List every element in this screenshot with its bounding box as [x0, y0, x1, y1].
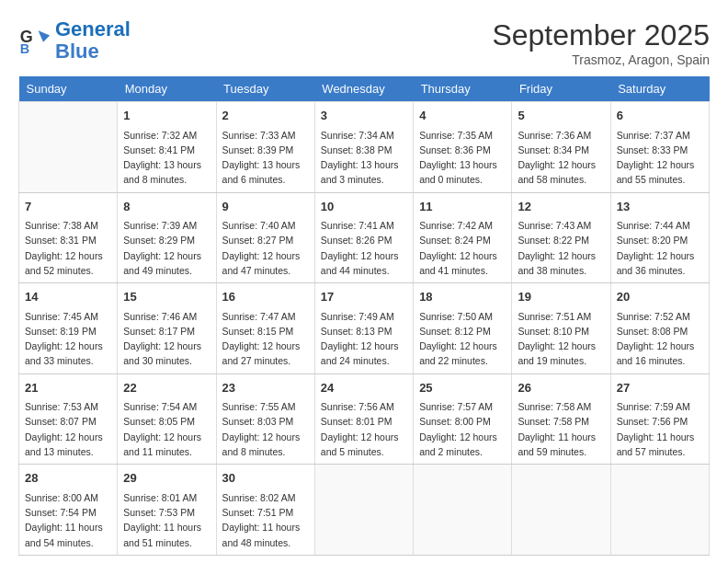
day-number: 18	[419, 288, 506, 306]
day-number: 12	[518, 198, 604, 216]
calendar-cell: 17Sunrise: 7:49 AM Sunset: 8:13 PM Dayli…	[314, 283, 413, 374]
day-info: Sunrise: 7:54 AM Sunset: 8:05 PM Dayligh…	[123, 399, 210, 459]
calendar-cell: 28Sunrise: 8:00 AM Sunset: 7:54 PM Dayli…	[19, 465, 118, 556]
svg-text:B: B	[20, 42, 29, 57]
calendar-week-row: 7Sunrise: 7:38 AM Sunset: 8:31 PM Daylig…	[19, 192, 710, 283]
weekday-header: Friday	[512, 76, 610, 102]
calendar-cell: 2Sunrise: 7:33 AM Sunset: 8:39 PM Daylig…	[216, 102, 314, 193]
month-title: September 2025	[492, 18, 710, 52]
logo-icon: G B	[18, 24, 51, 57]
day-number: 25	[419, 379, 506, 397]
calendar-cell: 24Sunrise: 7:56 AM Sunset: 8:01 PM Dayli…	[314, 373, 413, 465]
day-number: 10	[321, 198, 407, 216]
calendar-week-row: 1Sunrise: 7:32 AM Sunset: 8:41 PM Daylig…	[19, 102, 710, 193]
calendar-cell: 11Sunrise: 7:42 AM Sunset: 8:24 PM Dayli…	[414, 192, 512, 283]
day-number: 19	[518, 288, 604, 306]
day-info: Sunrise: 7:41 AM Sunset: 8:26 PM Dayligh…	[321, 218, 407, 278]
day-number: 24	[321, 379, 407, 397]
day-number: 16	[222, 288, 309, 306]
calendar-cell: 27Sunrise: 7:59 AM Sunset: 7:56 PM Dayli…	[610, 373, 709, 465]
weekday-header-row: SundayMondayTuesdayWednesdayThursdayFrid…	[19, 76, 710, 102]
day-number: 6	[617, 107, 703, 125]
day-number: 4	[419, 107, 506, 125]
location: Trasmoz, Aragon, Spain	[492, 52, 710, 67]
day-number: 21	[25, 379, 111, 397]
calendar-cell: 1Sunrise: 7:32 AM Sunset: 8:41 PM Daylig…	[118, 102, 216, 193]
day-info: Sunrise: 7:40 AM Sunset: 8:27 PM Dayligh…	[222, 218, 309, 278]
day-info: Sunrise: 7:58 AM Sunset: 7:58 PM Dayligh…	[518, 399, 604, 459]
calendar-cell: 6Sunrise: 7:37 AM Sunset: 8:33 PM Daylig…	[610, 102, 709, 193]
day-info: Sunrise: 7:43 AM Sunset: 8:22 PM Dayligh…	[518, 218, 604, 278]
day-number: 15	[123, 288, 210, 306]
calendar-table: SundayMondayTuesdayWednesdayThursdayFrid…	[18, 76, 710, 556]
day-number: 5	[518, 107, 604, 125]
day-info: Sunrise: 7:49 AM Sunset: 8:13 PM Dayligh…	[321, 309, 407, 369]
day-info: Sunrise: 7:33 AM Sunset: 8:39 PM Dayligh…	[222, 128, 309, 188]
calendar-cell	[610, 465, 709, 556]
day-number: 1	[123, 107, 210, 125]
day-number: 28	[25, 469, 111, 488]
calendar-cell: 13Sunrise: 7:44 AM Sunset: 8:20 PM Dayli…	[610, 192, 709, 283]
calendar-cell: 29Sunrise: 8:01 AM Sunset: 7:53 PM Dayli…	[118, 465, 216, 556]
day-number: 7	[25, 198, 111, 216]
day-info: Sunrise: 7:51 AM Sunset: 8:10 PM Dayligh…	[518, 309, 604, 369]
day-info: Sunrise: 7:46 AM Sunset: 8:17 PM Dayligh…	[123, 309, 210, 369]
calendar-cell: 14Sunrise: 7:45 AM Sunset: 8:19 PM Dayli…	[19, 283, 118, 374]
calendar-cell	[314, 465, 413, 556]
calendar-week-row: 14Sunrise: 7:45 AM Sunset: 8:19 PM Dayli…	[19, 283, 710, 374]
weekday-header: Wednesday	[314, 76, 413, 102]
day-number: 29	[123, 469, 210, 488]
calendar-cell: 21Sunrise: 7:53 AM Sunset: 8:07 PM Dayli…	[19, 373, 118, 465]
day-info: Sunrise: 7:53 AM Sunset: 8:07 PM Dayligh…	[25, 399, 111, 459]
page-header: G B General Blue September 2025 Trasmoz,…	[18, 18, 710, 67]
day-info: Sunrise: 7:44 AM Sunset: 8:20 PM Dayligh…	[617, 218, 703, 278]
day-info: Sunrise: 7:52 AM Sunset: 8:08 PM Dayligh…	[617, 309, 703, 369]
day-info: Sunrise: 7:47 AM Sunset: 8:15 PM Dayligh…	[222, 309, 309, 369]
day-number: 9	[222, 198, 309, 216]
day-number: 27	[617, 379, 703, 397]
day-number: 30	[222, 469, 309, 488]
day-number: 2	[222, 107, 309, 125]
calendar-cell: 25Sunrise: 7:57 AM Sunset: 8:00 PM Dayli…	[414, 373, 512, 465]
day-info: Sunrise: 7:45 AM Sunset: 8:19 PM Dayligh…	[25, 309, 111, 369]
calendar-cell	[19, 102, 118, 193]
day-info: Sunrise: 7:39 AM Sunset: 8:29 PM Dayligh…	[123, 218, 210, 278]
logo-blue: Blue	[55, 40, 99, 63]
day-info: Sunrise: 8:01 AM Sunset: 7:53 PM Dayligh…	[123, 490, 210, 550]
weekday-header: Monday	[118, 76, 216, 102]
logo-general: General	[55, 17, 131, 40]
day-info: Sunrise: 7:36 AM Sunset: 8:34 PM Dayligh…	[518, 128, 604, 188]
day-info: Sunrise: 7:37 AM Sunset: 8:33 PM Dayligh…	[617, 128, 703, 188]
weekday-header: Sunday	[19, 76, 118, 102]
logo: G B General Blue	[18, 18, 131, 63]
day-info: Sunrise: 7:50 AM Sunset: 8:12 PM Dayligh…	[419, 309, 506, 369]
calendar-cell: 8Sunrise: 7:39 AM Sunset: 8:29 PM Daylig…	[118, 192, 216, 283]
day-info: Sunrise: 7:38 AM Sunset: 8:31 PM Dayligh…	[25, 218, 111, 278]
day-number: 22	[123, 379, 210, 397]
calendar-cell: 9Sunrise: 7:40 AM Sunset: 8:27 PM Daylig…	[216, 192, 314, 283]
calendar-cell: 18Sunrise: 7:50 AM Sunset: 8:12 PM Dayli…	[414, 283, 512, 374]
weekday-header: Saturday	[610, 76, 709, 102]
day-info: Sunrise: 7:57 AM Sunset: 8:00 PM Dayligh…	[419, 399, 506, 459]
day-info: Sunrise: 7:35 AM Sunset: 8:36 PM Dayligh…	[419, 128, 506, 188]
day-info: Sunrise: 7:34 AM Sunset: 8:38 PM Dayligh…	[321, 128, 407, 188]
day-number: 13	[617, 198, 703, 216]
calendar-cell: 16Sunrise: 7:47 AM Sunset: 8:15 PM Dayli…	[216, 283, 314, 374]
day-number: 3	[321, 107, 407, 125]
calendar-cell: 7Sunrise: 7:38 AM Sunset: 8:31 PM Daylig…	[19, 192, 118, 283]
calendar-cell	[414, 465, 512, 556]
calendar-week-row: 21Sunrise: 7:53 AM Sunset: 8:07 PM Dayli…	[19, 373, 710, 465]
day-info: Sunrise: 7:55 AM Sunset: 8:03 PM Dayligh…	[222, 399, 309, 459]
calendar-cell: 20Sunrise: 7:52 AM Sunset: 8:08 PM Dayli…	[610, 283, 709, 374]
day-number: 26	[518, 379, 604, 397]
day-number: 17	[321, 288, 407, 306]
weekday-header: Tuesday	[216, 76, 314, 102]
day-info: Sunrise: 7:32 AM Sunset: 8:41 PM Dayligh…	[123, 128, 210, 188]
calendar-cell: 22Sunrise: 7:54 AM Sunset: 8:05 PM Dayli…	[118, 373, 216, 465]
calendar-cell: 23Sunrise: 7:55 AM Sunset: 8:03 PM Dayli…	[216, 373, 314, 465]
calendar-cell: 10Sunrise: 7:41 AM Sunset: 8:26 PM Dayli…	[314, 192, 413, 283]
day-number: 8	[123, 198, 210, 216]
calendar-cell: 4Sunrise: 7:35 AM Sunset: 8:36 PM Daylig…	[414, 102, 512, 193]
title-block: September 2025 Trasmoz, Aragon, Spain	[492, 18, 710, 67]
calendar-cell	[512, 465, 610, 556]
